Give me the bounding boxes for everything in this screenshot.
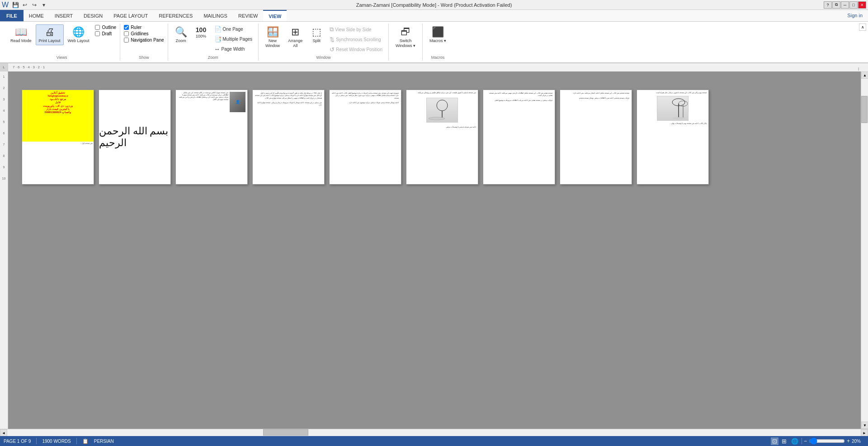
vertical-sep-1: [36, 438, 37, 444]
save-button[interactable]: 💾: [11, 0, 20, 9]
full-reading-view-btn[interactable]: ⊞: [780, 437, 788, 445]
one-page-button[interactable]: 📄One Page: [212, 24, 255, 34]
ribbon-display-button[interactable]: ⧉: [832, 1, 840, 9]
quick-access-more-button[interactable]: ▾: [39, 0, 48, 9]
page-width-icon: ↔: [214, 46, 220, 52]
pages-container: تحقیق آنلاینTahghighonline.ir مرجع دانلـ…: [22, 90, 709, 185]
scroll-up-button[interactable]: ▲: [861, 71, 868, 79]
minimize-button[interactable]: ─: [841, 1, 849, 9]
horizontal-scrollbar-area: ◄ ►: [0, 429, 868, 436]
reset-window-icon: ↺: [330, 46, 335, 53]
redo-button[interactable]: ↪: [30, 0, 39, 9]
tab-insert[interactable]: INSERT: [49, 10, 78, 21]
zoom-slider[interactable]: [809, 439, 845, 443]
new-window-button[interactable]: 🪟 NewWindow: [262, 24, 283, 50]
quick-access-toolbar: W 💾 ↩ ↪ ▾: [2, 0, 48, 9]
page-width-button[interactable]: ↔Page Width: [212, 44, 255, 54]
one-page-icon: 📄: [214, 26, 222, 33]
zoom-in-button[interactable]: +: [847, 438, 850, 444]
proofing-icon[interactable]: 📋: [82, 438, 89, 444]
zoom-100-icon: 100: [196, 26, 206, 33]
multiple-pages-button[interactable]: 📑Multiple Pages: [212, 34, 255, 44]
arrange-all-button[interactable]: ⊞ ArrangeAll: [285, 24, 306, 50]
switch-windows-icon: 🗗: [401, 26, 410, 38]
svg-point-2: [429, 117, 445, 120]
status-bar: PAGE 1 OF 9 1900 WORDS 📋 PERSIAN ⊡ ⊞ 🌐 −…: [0, 436, 868, 446]
tab-home[interactable]: HOME: [24, 10, 49, 21]
language-indicator[interactable]: PERSIAN: [94, 439, 114, 444]
h-scrollbar-thumb[interactable]: [263, 429, 308, 436]
page-2: بسم الله الرحمن الرحیم: [99, 90, 171, 185]
vertical-sep-2: [76, 438, 77, 444]
outline-checkbox[interactable]: Outline: [95, 24, 116, 30]
collapse-ribbon-button[interactable]: ∧: [859, 24, 866, 31]
tab-mailings[interactable]: MAILINGS: [198, 10, 233, 21]
vertical-scrollbar[interactable]: ▲ ▼: [861, 71, 868, 429]
document-canvas: تحقیق آنلاینTahghighonline.ir مرجع دانلـ…: [8, 71, 861, 429]
new-window-icon: 🪟: [267, 26, 279, 38]
page-info: PAGE 1 OF 9: [4, 439, 31, 444]
status-right: ⊡ ⊞ 🌐 − + 20%: [771, 437, 864, 445]
title-bar-title: Zaman-Zamani [Compatibility Mode] - Word…: [356, 2, 512, 8]
zoom-100-button[interactable]: 100 100%: [192, 24, 210, 41]
reset-window-position-button[interactable]: ↺Reset Window Position: [327, 45, 385, 54]
word-count: 1900 WORDS: [42, 439, 71, 444]
web-layout-view-btn[interactable]: 🌐: [790, 437, 800, 445]
page-5: تصویری جهت این صفحه. متن صفحه پنجم با جز…: [329, 90, 401, 185]
view-side-by-side-icon: ⧉: [330, 26, 334, 33]
tab-design[interactable]: DESIGN: [78, 10, 108, 21]
ruler-corner: L: [3, 65, 5, 69]
page-9: صفحه نهم و آخر متن کتاب. این صفحه با تصو…: [637, 90, 709, 185]
vertical-sep-3: [802, 438, 802, 444]
print-layout-icon: 🖨: [45, 26, 55, 38]
tab-page-layout[interactable]: PAGE LAYOUT: [108, 10, 153, 21]
close-button[interactable]: ✕: [858, 1, 866, 9]
zoom-button[interactable]: 🔍 Zoom: [172, 24, 190, 45]
web-layout-icon: 🌐: [72, 26, 85, 38]
ruler-end-marker: |: [858, 66, 859, 71]
web-layout-button[interactable]: 🌐 Web Layout: [65, 24, 93, 45]
restore-button[interactable]: □: [849, 1, 858, 9]
tab-references[interactable]: REFERENCES: [153, 10, 198, 21]
horizontal-ruler: 7 · 6 · 5 · 4 · 3 · 2 · 1 |: [8, 63, 868, 71]
svg-point-7: [672, 117, 685, 119]
macros-icon: ⬛: [432, 26, 444, 38]
print-layout-button[interactable]: 🖨 Print Layout: [36, 24, 64, 45]
scroll-left-button[interactable]: ◄: [0, 429, 7, 437]
draft-checkbox[interactable]: Draft: [95, 31, 116, 37]
scroll-down-button[interactable]: ▼: [861, 422, 868, 429]
read-mode-button[interactable]: 📖 Read Mode: [7, 24, 35, 45]
page-1: تحقیق آنلاینTahghighonline.ir مرجع دانلـ…: [22, 90, 94, 185]
print-layout-view-btn[interactable]: ⊡: [771, 437, 778, 445]
svg-point-0: [437, 100, 448, 111]
tab-view[interactable]: VIEW: [263, 10, 287, 21]
split-icon: ⬚: [312, 26, 321, 38]
gridlines-checkbox[interactable]: Gridlines: [124, 31, 164, 37]
arrange-all-icon: ⊞: [291, 26, 299, 38]
switch-windows-button[interactable]: 🗗 SwitchWindows ▾: [392, 24, 419, 50]
undo-button[interactable]: ↩: [20, 0, 29, 9]
tab-review[interactable]: REVIEW: [233, 10, 263, 21]
page-6: متن صفحه ششم با تصویر طبیعت. این متن درب…: [406, 90, 478, 185]
page-4: از اول ۱۳۵۱ در مرحله اول شاید به طور گست…: [252, 90, 325, 185]
scrollbar-thumb[interactable]: [861, 96, 868, 123]
vertical-ruler: 12345678910: [0, 71, 8, 429]
page-7: صفحه هفتم متن کتاب. این صفحه شامل اطلاعا…: [483, 90, 555, 185]
synchronous-scrolling-button[interactable]: ⇅Synchronous Scrolling: [327, 35, 385, 44]
macros-button[interactable]: ⬛ Macros ▾: [426, 24, 449, 45]
scroll-right-button[interactable]: ►: [861, 429, 868, 437]
zoom-out-button[interactable]: −: [804, 438, 807, 444]
sync-scroll-icon: ⇅: [330, 36, 335, 43]
ruler-checkbox[interactable]: Ruler: [124, 24, 164, 30]
multiple-pages-icon: 📑: [214, 36, 222, 43]
read-mode-icon: 📖: [15, 26, 27, 38]
help-button[interactable]: ?: [824, 1, 832, 9]
sign-in-link[interactable]: Sign in: [842, 10, 868, 21]
nav-pane-checkbox[interactable]: Navigation Pane: [124, 37, 164, 43]
zoom-icon: 🔍: [175, 26, 187, 38]
view-side-by-side-button[interactable]: ⧉View Side by Side: [327, 24, 385, 34]
split-button[interactable]: ⬚ Split: [307, 24, 326, 45]
status-left: PAGE 1 OF 9 1900 WORDS 📋 PERSIAN: [4, 438, 114, 444]
tab-file[interactable]: FILE: [0, 10, 24, 21]
page-8: صفحه هشتم متن کتاب. این صفحه شامل ادامه …: [560, 90, 632, 185]
